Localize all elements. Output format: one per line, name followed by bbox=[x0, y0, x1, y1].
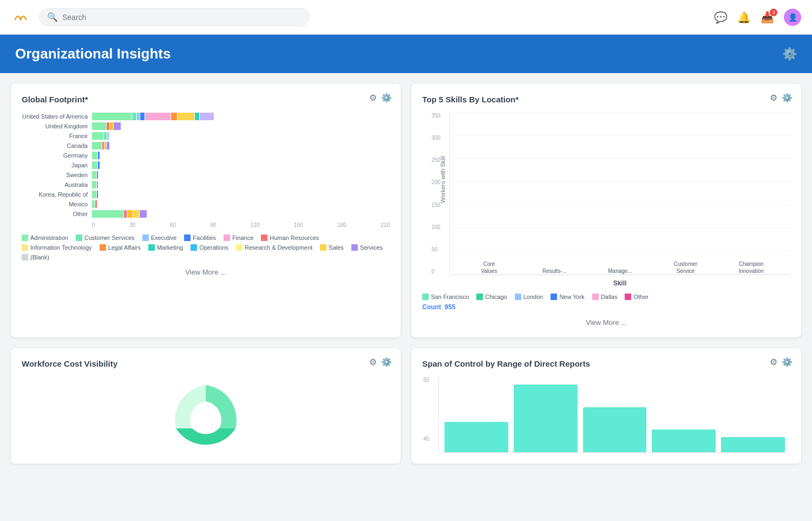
legend-label: Sales bbox=[329, 244, 344, 251]
gf-bar-segment bbox=[140, 113, 145, 120]
gear-icon-global[interactable]: ⚙️ bbox=[381, 93, 392, 103]
skills-bar-group: Core Values bbox=[461, 258, 518, 275]
view-more-skills[interactable]: View More ... bbox=[422, 318, 790, 327]
gf-bar-segment bbox=[92, 171, 96, 179]
top-nav: 🔍 💬 🔔 📥 3 👤 bbox=[0, 0, 812, 35]
skills-legend-item: London bbox=[515, 294, 543, 300]
gf-legend-item: Operations bbox=[191, 244, 228, 251]
gf-legend-item: Information Technology bbox=[22, 244, 92, 251]
skills-x-axis-label: Skill bbox=[449, 279, 790, 287]
gf-bar-container bbox=[92, 142, 390, 149]
page-header: Organizational Insights ⚙️ bbox=[0, 35, 812, 73]
legend-color-swatch bbox=[148, 244, 155, 251]
gf-x-tick: 210 bbox=[381, 222, 390, 228]
skills-bar-x-label: Core Values bbox=[481, 260, 497, 275]
span-bar bbox=[721, 437, 785, 452]
skills-legend-label: San Francisco bbox=[431, 294, 469, 300]
filter-icon-skills[interactable]: ⚙ bbox=[770, 93, 777, 103]
bell-icon: 🔔 bbox=[737, 11, 751, 24]
legend-label: (Blank) bbox=[30, 254, 49, 260]
search-input[interactable] bbox=[62, 13, 302, 22]
gf-bar-segment bbox=[102, 142, 104, 149]
filter-icon-span[interactable]: ⚙ bbox=[770, 357, 777, 367]
legend-label: Legal Affairs bbox=[108, 244, 141, 251]
skills-y-tick: 100 bbox=[431, 224, 441, 230]
gf-bar-container bbox=[92, 152, 390, 159]
gf-bar-row: France bbox=[22, 132, 390, 140]
chat-icon-btn[interactable]: 💬 bbox=[714, 11, 728, 24]
gf-bar-segment bbox=[127, 210, 133, 218]
gf-bar-container bbox=[92, 113, 390, 120]
gf-bar-container bbox=[92, 191, 390, 198]
legend-color-swatch bbox=[236, 244, 243, 251]
gf-country-label: France bbox=[22, 133, 92, 139]
gf-bar-segment bbox=[107, 132, 109, 140]
logo-area bbox=[11, 8, 30, 27]
gf-bar-segment bbox=[98, 161, 100, 169]
legend-color-swatch bbox=[476, 294, 483, 300]
skills-y-tick: 200 bbox=[431, 179, 441, 185]
header-gear-icon[interactable]: ⚙️ bbox=[782, 47, 797, 61]
skills-bar-group: Customer Service bbox=[657, 258, 714, 275]
legend-label: Facilities bbox=[193, 235, 216, 241]
gear-icon-skills[interactable]: ⚙️ bbox=[782, 93, 793, 103]
chat-icon: 💬 bbox=[714, 11, 728, 24]
gf-bar-container bbox=[92, 132, 390, 140]
view-more-global[interactable]: View More ... bbox=[22, 268, 390, 276]
search-icon: 🔍 bbox=[47, 12, 58, 22]
workday-logo-icon bbox=[11, 8, 30, 27]
gf-bar-row: Australia bbox=[22, 181, 390, 188]
gf-bar-segment bbox=[140, 210, 147, 218]
bell-icon-btn[interactable]: 🔔 bbox=[737, 11, 751, 24]
skills-bar-x-label: Customer Service bbox=[674, 260, 697, 275]
span-bar bbox=[583, 407, 647, 452]
gf-legend-item: Human Resources bbox=[261, 235, 319, 241]
gear-icon-workforce[interactable]: ⚙️ bbox=[381, 357, 392, 367]
span-bar bbox=[514, 385, 578, 452]
gf-country-label: United States of America bbox=[22, 113, 92, 120]
gf-bar-segment bbox=[137, 113, 140, 120]
gf-bar-segment bbox=[97, 171, 99, 179]
legend-label: Executive bbox=[151, 235, 177, 241]
global-footprint-chart: United States of AmericaUnited KingdomFr… bbox=[22, 113, 390, 220]
skills-legend-item: New York bbox=[551, 294, 584, 300]
avatar[interactable]: 👤 bbox=[784, 9, 801, 26]
gf-legend-item: (Blank) bbox=[22, 254, 49, 260]
search-box[interactable]: 🔍 bbox=[39, 8, 310, 26]
top-skills-card: Top 5 Skills By Location* ⚙ ⚙️ Workers w… bbox=[411, 84, 801, 337]
gf-x-tick: 60 bbox=[170, 222, 176, 228]
inbox-icon-btn[interactable]: 📥 3 bbox=[761, 11, 774, 24]
page-title: Organizational Insights bbox=[15, 45, 171, 62]
span-bar bbox=[652, 429, 716, 452]
skills-legend-label: New York bbox=[559, 294, 584, 300]
gf-legend-item: Customer Services bbox=[76, 235, 135, 241]
gf-country-label: Mexico bbox=[22, 201, 92, 207]
gf-bar-row: Mexico bbox=[22, 200, 390, 208]
skills-legend-item: Chicago bbox=[476, 294, 507, 300]
gear-icon-span[interactable]: ⚙️ bbox=[782, 357, 793, 367]
gf-bar-segment bbox=[95, 200, 97, 208]
gf-bar-segment bbox=[92, 132, 103, 140]
gf-x-tick: 30 bbox=[129, 222, 135, 228]
gf-legend-item: Research & Development bbox=[236, 244, 312, 251]
gf-bar-container bbox=[92, 171, 390, 179]
gf-bar-segment bbox=[110, 122, 113, 130]
filter-icon-workforce[interactable]: ⚙ bbox=[369, 357, 377, 367]
filter-icon-global[interactable]: ⚙ bbox=[369, 93, 377, 103]
svg-point-0 bbox=[11, 8, 30, 27]
skills-legend-item: Dallas bbox=[592, 294, 618, 300]
gf-bar-segment bbox=[92, 200, 95, 208]
gf-bar-segment bbox=[92, 122, 106, 130]
gf-bar-segment bbox=[132, 113, 136, 120]
gf-bar-row: Korea, Republic of bbox=[22, 191, 390, 198]
gf-legend-item: Legal Affairs bbox=[100, 244, 141, 251]
card-title-workforce: Workforce Cost Visibility bbox=[22, 359, 390, 368]
skills-count-label: Count bbox=[422, 303, 441, 311]
skills-bar-x-label: Results-... bbox=[542, 268, 567, 275]
gf-bar-container bbox=[92, 181, 390, 188]
gf-country-label: Other bbox=[22, 211, 92, 217]
legend-label: Human Resources bbox=[270, 235, 319, 241]
legend-color-swatch bbox=[100, 244, 106, 251]
gf-bar-container bbox=[92, 200, 390, 208]
global-footprint-x-axis: 0306090120150180210 bbox=[92, 222, 390, 228]
